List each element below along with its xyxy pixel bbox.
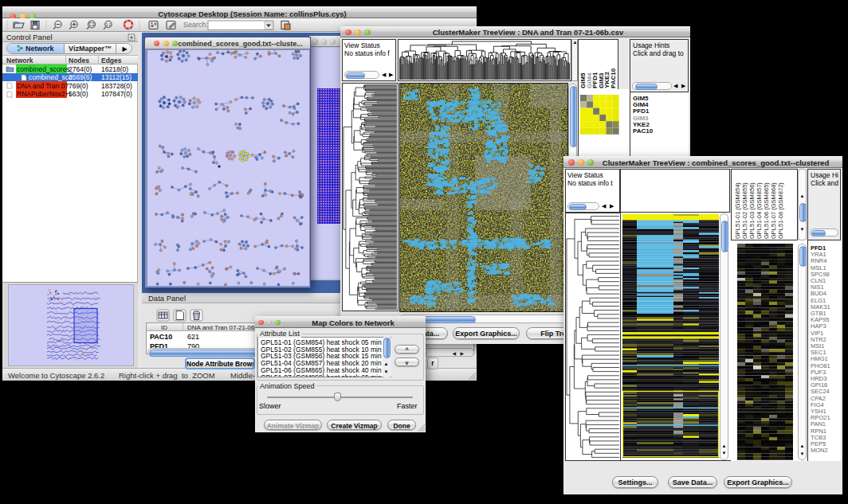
- svg-text:GPL51-07 (GSM868): GPL51-07 (GSM868): [770, 182, 777, 239]
- svg-text:PAC10: PAC10: [610, 68, 617, 88]
- svg-text:GPL51-01 (GSM854): GPL51-01 (GSM854): [734, 182, 741, 239]
- svg-text:GPL51-08 (GSM872): GPL51-08 (GSM872): [777, 182, 784, 239]
- svg-text:GPL51-06 (GSM865): GPL51-06 (GSM865): [763, 182, 770, 239]
- svg-text:GPL51-04 (GSM857): GPL51-04 (GSM857): [756, 182, 763, 239]
- svg-text:Search:: Search:: [183, 21, 208, 29]
- svg-text:GPL51-03 (GSM856): GPL51-03 (GSM856): [748, 182, 756, 239]
- svg-text:1:1: 1:1: [106, 23, 112, 27]
- svg-text:GPL51-02 (GSM855): GPL51-02 (GSM855): [741, 182, 748, 239]
